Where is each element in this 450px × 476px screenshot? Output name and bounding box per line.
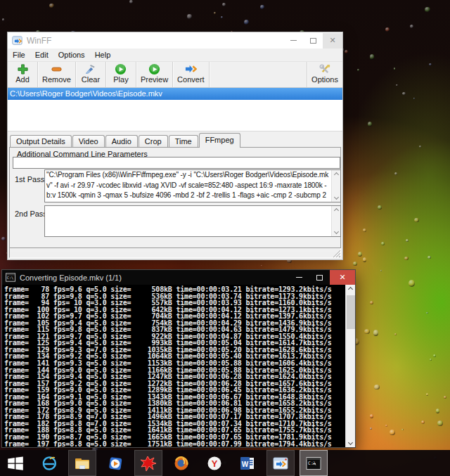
menu-file[interactable]: File bbox=[8, 49, 30, 60]
file-explorer-icon bbox=[74, 455, 91, 472]
maximize-icon bbox=[310, 38, 316, 44]
command-prompt-icon: C:\ bbox=[305, 455, 322, 472]
scrollbar-thumb[interactable] bbox=[347, 295, 355, 329]
menu-options[interactable]: Options bbox=[53, 49, 90, 60]
first-pass-label: 1st Pass bbox=[15, 175, 44, 184]
maximize-icon bbox=[316, 275, 323, 281]
toolbar-spacer bbox=[210, 62, 307, 87]
firefox-icon bbox=[173, 455, 190, 472]
add-button[interactable]: Add bbox=[8, 62, 37, 87]
ffmpeg-tab-panel: Additional Command Line Parameters 1st P… bbox=[9, 147, 341, 248]
taskbar-word[interactable]: W bbox=[233, 450, 262, 476]
taskbar-yandex-browser[interactable]: Y bbox=[200, 450, 229, 476]
svg-text:Y: Y bbox=[212, 458, 218, 469]
console-log-text: frame= 78 fps=9.6 q=5.0 size= 508kB time… bbox=[2, 285, 355, 447]
command-prompt-icon: C:\ bbox=[6, 273, 15, 282]
preview-button[interactable]: Preview bbox=[136, 62, 172, 87]
scroll-down-icon bbox=[333, 229, 338, 234]
console-title: Converting Episode.mkv (1/1) bbox=[20, 274, 289, 282]
scroll-up-icon bbox=[348, 287, 353, 292]
taskbar-firefox[interactable] bbox=[167, 450, 195, 476]
console-maximize-button[interactable] bbox=[309, 270, 330, 285]
second-pass-scrollbar[interactable] bbox=[331, 206, 340, 236]
file-list-item-selected[interactable]: C:\Users\Roger Bodger\Videos\Episode.mkv bbox=[8, 88, 342, 100]
second-pass-textarea[interactable] bbox=[44, 205, 341, 237]
scroll-down-icon bbox=[333, 195, 338, 200]
winff-app-icon bbox=[12, 35, 22, 46]
menu-help[interactable]: Help bbox=[90, 49, 116, 60]
remove-button[interactable]: Remove bbox=[38, 62, 75, 87]
preview-icon bbox=[148, 63, 160, 75]
tab-video[interactable]: Video bbox=[72, 135, 105, 147]
console-close-button[interactable]: ✕ bbox=[330, 270, 355, 285]
options-button[interactable]: Options bbox=[307, 62, 342, 87]
tab-output-details[interactable]: Output Details bbox=[10, 135, 72, 147]
convert-icon bbox=[185, 63, 197, 75]
clear-icon bbox=[84, 63, 96, 75]
additional-params-input[interactable] bbox=[13, 157, 340, 169]
close-icon: ✕ bbox=[329, 37, 335, 44]
taskbar-red-lizard[interactable] bbox=[134, 450, 162, 476]
windows-logo-icon bbox=[7, 455, 24, 472]
tab-time[interactable]: Time bbox=[169, 135, 198, 147]
svg-text:C:\: C:\ bbox=[308, 460, 316, 465]
resize-grip[interactable] bbox=[333, 250, 340, 257]
convert-button[interactable]: Convert bbox=[173, 62, 209, 87]
minimize-icon bbox=[290, 40, 297, 41]
taskbar-media-player[interactable] bbox=[101, 450, 129, 476]
media-player-icon bbox=[107, 455, 124, 472]
tab-crop[interactable]: Crop bbox=[139, 135, 168, 147]
winff-window: WinFF ✕ File Edit Options Help Add Remov… bbox=[7, 32, 343, 260]
first-pass-scrollbar[interactable] bbox=[331, 170, 340, 202]
yandex-browser-icon: Y bbox=[206, 455, 223, 472]
taskbar-internet-explorer[interactable] bbox=[35, 450, 63, 476]
tab-bar: Output Details Video Audio Crop Time FFm… bbox=[8, 132, 342, 147]
svg-text:C:\: C:\ bbox=[7, 276, 13, 280]
scroll-up-icon bbox=[333, 172, 338, 177]
winff-icon bbox=[272, 455, 289, 472]
tab-ffmpeg[interactable]: FFmpeg bbox=[199, 133, 240, 148]
internet-explorer-icon bbox=[41, 455, 58, 472]
console-titlebar[interactable]: C:\ Converting Episode.mkv (1/1) ✕ bbox=[2, 270, 355, 285]
taskbar-file-explorer[interactable] bbox=[68, 450, 96, 476]
remove-icon bbox=[51, 63, 63, 75]
maximize-button[interactable] bbox=[303, 33, 323, 49]
toolbar: Add Remove Clear Play Preview Convert bbox=[8, 61, 342, 88]
clear-button[interactable]: Clear bbox=[76, 62, 105, 87]
console-minimize-button[interactable] bbox=[289, 270, 309, 285]
close-button[interactable]: ✕ bbox=[323, 33, 342, 49]
menu-edit[interactable]: Edit bbox=[30, 49, 53, 60]
options-icon bbox=[319, 63, 331, 75]
console-window: C:\ Converting Episode.mkv (1/1) ✕ frame… bbox=[1, 269, 356, 448]
red-lizard-icon bbox=[140, 455, 157, 472]
window-title: WinFF bbox=[27, 36, 283, 46]
taskbar-winff[interactable] bbox=[266, 450, 295, 476]
second-pass-label: 2nd Pass bbox=[15, 210, 47, 218]
taskbar-command-prompt[interactable]: C:\ bbox=[300, 450, 328, 476]
console-scrollbar[interactable] bbox=[345, 285, 355, 447]
console-output: frame= 78 fps=9.6 q=5.0 size= 508kB time… bbox=[2, 285, 355, 447]
status-bar bbox=[9, 247, 341, 258]
minimize-button[interactable] bbox=[283, 33, 303, 49]
close-icon: ✕ bbox=[339, 274, 345, 281]
start-button[interactable] bbox=[0, 450, 31, 476]
minimize-icon bbox=[296, 277, 302, 278]
play-icon bbox=[115, 63, 127, 75]
taskbar: Y W C:\ bbox=[0, 450, 450, 476]
add-icon bbox=[17, 63, 29, 75]
svg-text:W: W bbox=[242, 460, 249, 468]
scroll-up-icon bbox=[333, 208, 338, 213]
scroll-down-icon bbox=[348, 440, 353, 445]
file-list[interactable]: C:\Users\Roger Bodger\Videos\Episode.mkv bbox=[8, 88, 342, 131]
menubar: File Edit Options Help bbox=[8, 49, 342, 61]
play-button[interactable]: Play bbox=[106, 62, 136, 87]
tab-audio[interactable]: Audio bbox=[105, 135, 138, 147]
first-pass-textarea[interactable]: "C:\Program Files (x86)\WinFF\ffmpeg.exe… bbox=[44, 169, 341, 202]
winff-titlebar[interactable]: WinFF ✕ bbox=[8, 32, 342, 49]
word-icon: W bbox=[239, 455, 256, 472]
